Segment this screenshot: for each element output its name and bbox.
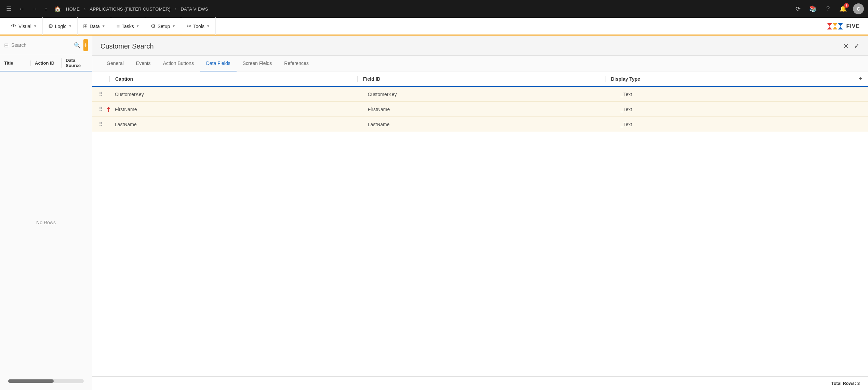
data-table-header: Caption Field ID Display Type + [92,71,868,87]
drag-handle-1[interactable]: ⠿ [92,91,109,97]
tasks-nav-item[interactable]: ≡ Tasks ▼ [111,17,145,35]
left-table-header: Title Action ID Data Source [0,55,92,71]
tools-nav-item[interactable]: ✂ Tools ▼ [181,17,216,35]
logic-icon: ⚙ [48,23,53,29]
displaytype-cell-2: _Text [615,107,868,112]
svg-marker-2 [838,23,843,29]
breadcrumb-sep-2: › [175,6,176,12]
data-dropdown-icon: ▼ [102,24,105,28]
data-nav-item[interactable]: ⊞ Data ▼ [78,17,111,35]
table-row[interactable]: ⠿ ↗ FirstName FirstName _Text [92,102,868,117]
scrollbar-thumb[interactable] [8,379,54,383]
tab-screen-fields[interactable]: Screen Fields [237,56,278,71]
top-nav: ☰ ← → ↑ 🏠 HOME › APPLICATIONS (FILTER CU… [0,0,868,18]
home-link[interactable]: HOME [66,6,80,12]
add-button[interactable]: + [83,39,88,51]
displaytype-col-header: Display Type [605,76,853,82]
logic-nav-item[interactable]: ⚙ Logic ▼ [43,17,78,35]
data-icon: ⊞ [83,23,88,29]
bell-badge: 1 [844,3,849,8]
eye-icon: 👁 [11,23,16,29]
setup-nav-item[interactable]: ⚙ Setup ▼ [145,17,182,35]
setup-dropdown-icon: ▼ [172,24,175,28]
tools-icon: ✂ [187,23,191,29]
svg-marker-1 [833,23,838,29]
cloud-sync-icon[interactable]: ⟳ [793,4,803,14]
main-layout: ⊟ 🔍 + Title Action ID Data Source No Row… [0,36,868,390]
table-row[interactable]: ⠿ LastName LastName _Text [92,117,868,132]
displaytype-cell-3: _Text [615,122,868,127]
setup-label: Setup [158,24,170,29]
no-rows-message: No Rows [0,71,92,374]
filter-icon: ⊟ [4,42,9,49]
visual-label: Visual [18,24,31,29]
dataviews-link[interactable]: DATA VIEWS [181,6,208,12]
confirm-button[interactable]: ✓ [854,42,860,51]
data-label: Data [90,24,100,29]
tasks-dropdown-icon: ▼ [136,24,139,28]
setup-icon: ⚙ [151,23,156,29]
add-field-button[interactable]: + [853,75,868,83]
logic-label: Logic [55,24,66,29]
help-icon[interactable]: ? [823,4,833,14]
caption-cell-2: ↗ FirstName [109,107,362,112]
up-icon[interactable]: ↑ [42,4,50,14]
search-bar: ⊟ 🔍 + [0,36,92,55]
search-icon: 🔍 [74,42,81,49]
fieldid-cell-2: FirstName [362,107,615,112]
nav-right-icons: ⟳ 📚 ? 🔔 1 C [793,3,864,14]
fieldid-cell-1: CustomerKey [362,92,615,97]
caption-col-header: Caption [109,76,357,82]
tab-action-buttons[interactable]: Action Buttons [157,56,200,71]
hamburger-icon[interactable]: ☰ [4,4,14,14]
breadcrumb-sep-1: › [84,6,85,12]
right-panel: Customer Search ✕ ✓ General Events Actio… [92,36,868,390]
five-logo-svg [826,22,845,31]
tab-data-fields[interactable]: Data Fields [200,56,237,71]
tab-references[interactable]: References [278,56,315,71]
drag-handle-2[interactable]: ⠿ [92,106,109,112]
horizontal-scrollbar[interactable] [8,379,84,383]
panel-footer: Total Rows: 3 [92,376,868,390]
books-icon[interactable]: 📚 [808,4,818,14]
total-rows: Total Rows: 3 [831,381,860,386]
logic-dropdown-icon: ▼ [68,24,72,28]
visual-dropdown-icon: ▼ [34,24,37,28]
tasks-icon: ≡ [117,23,120,29]
svg-marker-0 [827,23,832,29]
tab-general[interactable]: General [101,56,130,71]
caption-cell-1: CustomerKey [109,92,362,97]
tasks-label: Tasks [122,24,134,29]
left-panel: ⊟ 🔍 + Title Action ID Data Source No Row… [0,36,92,390]
displaytype-cell-1: _Text [615,92,868,97]
sec-nav: 👁 Visual ▼ ⚙ Logic ▼ ⊞ Data ▼ ≡ Tasks ▼ … [0,18,868,36]
search-input[interactable] [11,42,71,48]
close-button[interactable]: ✕ [843,42,849,51]
forward-icon[interactable]: → [29,4,40,14]
data-table: Caption Field ID Display Type + ⠿ Custom… [92,71,868,376]
drag-handle-3[interactable]: ⠿ [92,121,109,127]
avatar[interactable]: C [853,3,864,14]
visual-nav-item[interactable]: 👁 Visual ▼ [5,17,43,35]
col-action-header: Action ID [30,60,61,66]
applications-link[interactable]: APPLICATIONS (FILTER CUSTOMER) [90,6,171,12]
tab-events[interactable]: Events [130,56,157,71]
tools-dropdown-icon: ▼ [206,24,210,28]
panel-header-actions: ✕ ✓ [843,42,860,51]
col-title-header: Title [0,60,30,66]
home-nav-icon: 🏠 [52,4,63,14]
tabs-bar: General Events Action Buttons Data Field… [92,56,868,71]
col-datasource-header: Data Source [61,58,92,68]
panel-header: Customer Search ✕ ✓ [92,36,868,56]
five-logo: FIVE [826,22,863,31]
bell-wrapper[interactable]: 🔔 1 [838,4,848,14]
fieldid-col-header: Field ID [357,76,605,82]
table-row[interactable]: ⠿ CustomerKey CustomerKey _Text [92,87,868,102]
caption-cell-3: LastName [109,122,362,127]
tools-label: Tools [193,24,204,29]
back-icon[interactable]: ← [16,4,27,14]
fieldid-cell-3: LastName [362,122,615,127]
panel-title: Customer Search [101,42,154,50]
